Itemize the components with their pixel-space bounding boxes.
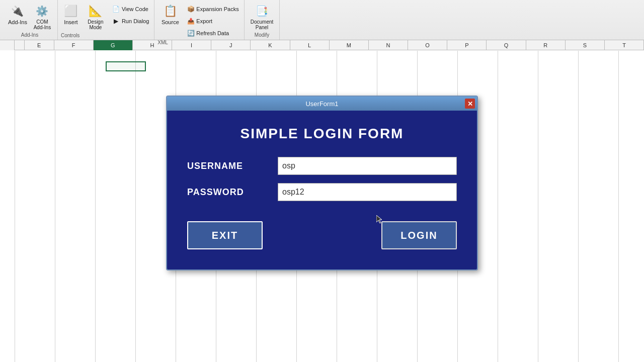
username-input[interactable]	[278, 157, 457, 175]
col-header-M[interactable]: M	[330, 40, 369, 50]
run-dialog-icon: ▶	[112, 17, 120, 25]
col-header-T[interactable]: T	[605, 40, 644, 50]
addins-icon: 🔌	[10, 3, 26, 19]
selected-cell[interactable]	[106, 61, 146, 71]
insert-button[interactable]: ⬜ Insert	[61, 2, 81, 26]
modify-buttons: 📑 DocumentPanel	[249, 2, 276, 31]
export-label: Export	[196, 18, 212, 24]
ribbon-group-addins: 🔌 Add-Ins ⚙️ COMAdd-Ins Add-Ins	[2, 0, 58, 40]
col-header-Q[interactable]: Q	[487, 40, 526, 50]
dialog-titlebar: UserForm1 ✕	[167, 97, 477, 111]
com-add-ins-button[interactable]: ⚙️ COMAdd-Ins	[31, 2, 53, 31]
expansion-packs-button[interactable]: 📦 Expansion Packs	[185, 4, 240, 14]
add-ins-label: Add-Ins	[8, 19, 27, 25]
dialog-body: SIMPLE LOGIN FORM USERNAME PASSWORD EXIT…	[167, 111, 477, 269]
insert-icon: ⬜	[63, 3, 79, 19]
insert-label: Insert	[64, 19, 78, 25]
expansion-icon: 📦	[187, 5, 195, 13]
col-header-E[interactable]: E	[25, 40, 54, 50]
com-add-ins-label: COMAdd-Ins	[34, 19, 51, 30]
row-number-header	[0, 40, 15, 50]
ribbon-group-modify: 📑 DocumentPanel Modify	[245, 0, 280, 40]
username-label: USERNAME	[187, 161, 278, 171]
column-headers: E F G H I J K L M N O P Q R S T	[0, 40, 644, 50]
modify-group-label: Modify	[255, 31, 269, 38]
col-header-R[interactable]: R	[526, 40, 566, 50]
refresh-data-label: Refresh Data	[196, 30, 229, 36]
col-header-G[interactable]: G	[94, 40, 133, 50]
dialog-title: UserForm1	[305, 100, 338, 108]
dialog-heading: SIMPLE LOGIN FORM	[187, 126, 457, 142]
expansion-packs-label: Expansion Packs	[196, 6, 238, 12]
col-header-O[interactable]: O	[408, 40, 447, 50]
document-panel-button[interactable]: 📑 DocumentPanel	[249, 2, 276, 31]
document-panel-label: DocumentPanel	[251, 19, 274, 30]
view-code-icon: 📄	[112, 5, 120, 13]
refresh-data-button[interactable]: 🔄 Refresh Data	[185, 28, 240, 38]
col-header-P[interactable]: P	[447, 40, 487, 50]
col-header-S[interactable]: S	[566, 40, 605, 50]
source-icon: 📋	[162, 3, 178, 19]
controls-group-label: Controls	[61, 32, 151, 38]
source-label: Source	[162, 19, 179, 25]
col-header-F[interactable]: F	[54, 40, 94, 50]
com-icon: ⚙️	[34, 3, 50, 19]
run-dialog-button[interactable]: ▶ Run Dialog	[110, 16, 151, 26]
export-button[interactable]: 📤 Export	[185, 16, 240, 26]
refresh-icon: 🔄	[187, 29, 195, 37]
login-button[interactable]: LOGIN	[381, 221, 457, 249]
add-ins-button[interactable]: 🔌 Add-Ins	[6, 2, 29, 26]
view-code-button[interactable]: 📄 View Code	[110, 4, 151, 14]
design-icon: 📐	[88, 3, 104, 19]
ribbon-group-controls: ⬜ Insert 📐 DesignMode 📄 View Code ▶ Run …	[58, 0, 154, 40]
addins-group-label: Add-Ins	[21, 31, 38, 38]
run-dialog-label: Run Dialog	[122, 18, 149, 24]
view-code-label: View Code	[122, 6, 148, 12]
exit-button[interactable]: EXIT	[187, 221, 263, 249]
design-mode-label: DesignMode	[88, 19, 103, 30]
password-label: PASSWORD	[187, 187, 278, 198]
password-row: PASSWORD	[187, 183, 457, 201]
ribbon: 🔌 Add-Ins ⚙️ COMAdd-Ins Add-Ins ⬜ Insert…	[0, 0, 644, 40]
username-row: USERNAME	[187, 157, 457, 175]
design-mode-button[interactable]: 📐 DesignMode	[83, 2, 108, 31]
col-header-L[interactable]: L	[290, 40, 330, 50]
export-icon: 📤	[187, 17, 195, 25]
xml-group-label: XML	[157, 39, 240, 45]
col-header-empty[interactable]	[15, 40, 25, 50]
source-button[interactable]: 📋 Source	[157, 2, 183, 26]
col-header-K[interactable]: K	[251, 40, 290, 50]
password-input[interactable]	[278, 183, 457, 201]
close-button[interactable]: ✕	[465, 99, 475, 109]
addins-buttons: 🔌 Add-Ins ⚙️ COMAdd-Ins	[6, 2, 53, 31]
ribbon-group-xml: 📋 Source 📦 Expansion Packs 📤 Export 🔄 Re…	[154, 0, 244, 40]
userform-dialog: UserForm1 ✕ SIMPLE LOGIN FORM USERNAME P…	[166, 96, 478, 270]
document-panel-icon: 📑	[254, 3, 270, 19]
dialog-buttons: EXIT LOGIN	[187, 221, 457, 249]
col-header-N[interactable]: N	[369, 40, 408, 50]
